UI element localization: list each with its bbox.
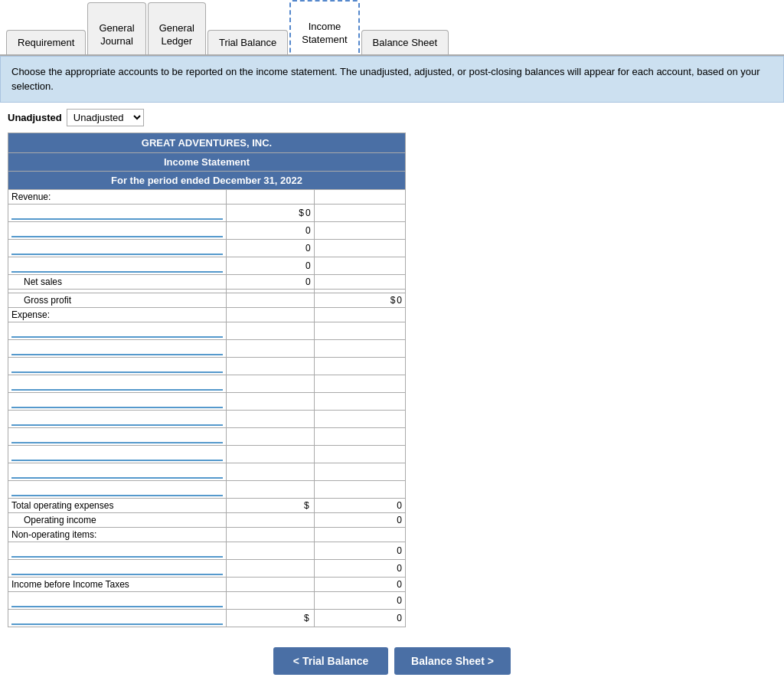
prev-button[interactable]: Trial Balance (273, 647, 388, 675)
unadjusted-dropdown[interactable]: Unadjusted Adjusted Post-closing (67, 109, 144, 126)
revenue-account-3[interactable] (11, 241, 223, 255)
next-button[interactable]: Balance Sheet (394, 647, 511, 675)
expense-account-9[interactable] (11, 465, 223, 479)
gross-profit-row: Gross profit $0 (8, 293, 406, 307)
prev-button-label: Trial Balance (302, 655, 368, 667)
total-op-exp-label: Total operating expenses (8, 498, 227, 512)
non-op-account-2[interactable] (11, 561, 223, 575)
statement-period: For the period ended December 31, 2022 (8, 171, 406, 189)
statement-title: Income Statement (8, 152, 406, 171)
header-period-row: For the period ended December 31, 2022 (8, 171, 406, 189)
expense-account-1[interactable] (11, 324, 223, 338)
table-container: GREAT ADVENTURES, INC. Income Statement … (0, 133, 413, 635)
tab-balance-sheet[interactable]: Balance Sheet (361, 30, 449, 54)
header-company-row: GREAT ADVENTURES, INC. (8, 133, 406, 152)
expense-row-9 (8, 463, 406, 480)
tab-requirement[interactable]: Requirement (6, 30, 86, 54)
revenue-account-4[interactable] (11, 259, 223, 273)
revenue-account-1[interactable] (11, 206, 223, 220)
non-op-account-1[interactable] (11, 544, 223, 558)
revenue-label-row: Revenue: (8, 189, 406, 204)
revenue-row-3: 0 (8, 239, 406, 257)
expense-account-7[interactable] (11, 430, 223, 443)
final-account-1[interactable] (11, 594, 223, 607)
tab-general-ledger[interactable]: General Ledger (148, 2, 206, 54)
expense-row-7 (8, 427, 406, 445)
expense-account-10[interactable] (11, 483, 223, 496)
expense-label-row: Expense: (8, 307, 406, 322)
income-statement-table: GREAT ADVENTURES, INC. Income Statement … (8, 133, 406, 627)
tab-income-statement[interactable]: Income Statement (289, 0, 359, 54)
expense-row-6 (8, 410, 406, 427)
expense-row-10 (8, 480, 406, 498)
next-chevron-icon (488, 655, 494, 667)
tab-trial-balance[interactable]: Trial Balance (207, 30, 288, 54)
company-name: GREAT ADVENTURES, INC. (8, 133, 406, 152)
selector-row: Unadjusted Unadjusted Adjusted Post-clos… (0, 103, 784, 133)
expense-account-6[interactable] (11, 412, 223, 426)
expense-row-8 (8, 445, 406, 463)
total-op-exp-row: Total operating expenses $ 0 (8, 498, 406, 512)
expense-label: Expense: (8, 307, 227, 322)
prev-chevron-icon (293, 655, 302, 667)
expense-row-1 (8, 322, 406, 339)
non-op-label: Non-operating items: (8, 527, 227, 542)
tab-general-journal[interactable]: General Journal (87, 2, 145, 54)
revenue-row-2: 0 (8, 221, 406, 239)
expense-account-3[interactable] (11, 359, 223, 373)
final-row-2: $ 0 (8, 609, 406, 627)
expense-row-5 (8, 392, 406, 410)
expense-row-4 (8, 375, 406, 392)
gross-profit-label: Gross profit (8, 293, 227, 307)
next-button-label: Balance Sheet (411, 655, 485, 667)
nav-buttons: Trial Balance Balance Sheet (0, 635, 784, 687)
expense-account-8[interactable] (11, 447, 223, 461)
revenue-label: Revenue: (8, 189, 227, 204)
revenue-row-4: 0 (8, 257, 406, 274)
final-row-1: 0 (8, 591, 406, 609)
expense-account-2[interactable] (11, 342, 223, 355)
non-op-row-1: 0 (8, 542, 406, 559)
income-before-tax-label: Income before Income Taxes (8, 577, 227, 591)
selector-label: Unadjusted (8, 112, 62, 123)
expense-row-3 (8, 357, 406, 375)
tabs-bar: Requirement General Journal General Ledg… (0, 0, 784, 56)
expense-account-4[interactable] (11, 377, 223, 391)
expense-account-5[interactable] (11, 394, 223, 408)
non-op-row-2: 0 (8, 559, 406, 577)
revenue-row-1: $0 (8, 204, 406, 221)
net-sales-label: Net sales (8, 274, 227, 289)
info-box: Choose the appropriate accounts to be re… (0, 56, 784, 103)
header-title-row: Income Statement (8, 152, 406, 171)
expense-row-2 (8, 339, 406, 357)
net-sales-row: Net sales 0 (8, 274, 406, 289)
income-before-tax-row: Income before Income Taxes 0 (8, 577, 406, 591)
revenue-account-2[interactable] (11, 224, 223, 237)
op-income-row: Operating income 0 (8, 512, 406, 527)
op-income-label: Operating income (8, 512, 227, 527)
final-account-2[interactable] (11, 611, 223, 625)
non-op-label-row: Non-operating items: (8, 527, 406, 542)
